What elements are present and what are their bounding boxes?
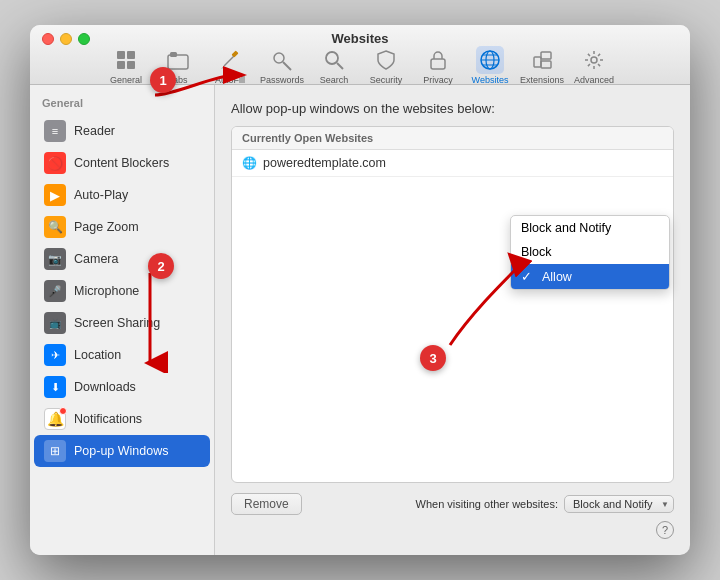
- camera-icon: 📷: [44, 248, 66, 270]
- maximize-button[interactable]: [78, 33, 90, 45]
- sidebar-item-auto-play[interactable]: ▶ Auto-Play: [34, 179, 210, 211]
- dropdown-item-block-notify[interactable]: Block and Notify: [511, 216, 669, 240]
- passwords-icon: [268, 46, 296, 74]
- sidebar-section-general: General: [30, 93, 214, 115]
- toolbar-item-security[interactable]: Security: [364, 46, 408, 85]
- svg-line-9: [283, 62, 291, 70]
- svg-rect-1: [127, 51, 135, 59]
- sidebar-label-downloads: Downloads: [74, 380, 136, 394]
- autofill-icon: [216, 46, 244, 74]
- notifications-icon: 🔔: [44, 408, 66, 430]
- svg-rect-0: [117, 51, 125, 59]
- close-button[interactable]: [42, 33, 54, 45]
- sidebar-label-location: Location: [74, 348, 121, 362]
- sidebar-label-reader: Reader: [74, 124, 115, 138]
- step3-badge: 3: [420, 345, 446, 371]
- traffic-lights: [42, 33, 90, 45]
- svg-rect-2: [117, 61, 125, 69]
- svg-rect-18: [534, 57, 541, 67]
- advanced-icon: [580, 46, 608, 74]
- sidebar-label-auto-play: Auto-Play: [74, 188, 128, 202]
- sidebar-label-camera: Camera: [74, 252, 118, 266]
- toolbar-label-security: Security: [370, 75, 403, 85]
- other-websites-select-wrapper: Block and Notify Block Allow: [564, 495, 674, 513]
- titlebar: Websites General Tabs A: [30, 25, 690, 85]
- other-websites-select[interactable]: Block and Notify Block Allow: [564, 495, 674, 513]
- sidebar-label-microphone: Microphone: [74, 284, 139, 298]
- sidebar-item-microphone[interactable]: 🎤 Microphone: [34, 275, 210, 307]
- general-icon: [112, 46, 140, 74]
- search-icon: [320, 46, 348, 74]
- remove-button[interactable]: Remove: [231, 493, 302, 515]
- popup-icon: ⊞: [44, 440, 66, 462]
- dropdown-item-block[interactable]: Block: [511, 240, 669, 264]
- sidebar-item-camera[interactable]: 📷 Camera: [34, 243, 210, 275]
- sidebar-label-notifications: Notifications: [74, 412, 142, 426]
- sidebar-item-downloads[interactable]: ⬇ Downloads: [34, 371, 210, 403]
- privacy-icon: [424, 46, 452, 74]
- toolbar-item-autofill[interactable]: AutoFill: [208, 46, 252, 85]
- sidebar-item-reader[interactable]: ≡ Reader: [34, 115, 210, 147]
- toolbar-label-search: Search: [320, 75, 349, 85]
- extensions-icon: [528, 46, 556, 74]
- other-websites-label: When visiting other websites:: [416, 498, 558, 510]
- security-icon: [372, 46, 400, 74]
- toolbar-label-websites: Websites: [472, 75, 509, 85]
- svg-rect-4: [168, 55, 188, 69]
- toolbar-item-passwords[interactable]: Passwords: [260, 46, 304, 85]
- toolbar-item-extensions[interactable]: Extensions: [520, 46, 564, 85]
- svg-line-11: [337, 63, 343, 69]
- sidebar-item-notifications[interactable]: 🔔 Notifications: [34, 403, 210, 435]
- pagezoom-icon: 🔍: [44, 216, 66, 238]
- sidebar-label-screen-sharing: Screen Sharing: [74, 316, 160, 330]
- sidebar-item-screen-sharing[interactable]: 📺 Screen Sharing: [34, 307, 210, 339]
- sidebar-item-page-zoom[interactable]: 🔍 Page Zoom: [34, 211, 210, 243]
- svg-point-21: [591, 57, 597, 63]
- sidebar-label-content-blockers: Content Blockers: [74, 156, 169, 170]
- other-websites-section: When visiting other websites: Block and …: [416, 495, 674, 513]
- toolbar-item-websites[interactable]: Websites: [468, 46, 512, 85]
- sidebar-item-popup-windows[interactable]: ⊞ Pop-up Windows: [34, 435, 210, 467]
- downloads-icon: ⬇: [44, 376, 66, 398]
- sidebar-item-content-blockers[interactable]: 🚫 Content Blockers: [34, 147, 210, 179]
- content-blockers-icon: 🚫: [44, 152, 66, 174]
- domain-icon: 🌐: [242, 156, 257, 170]
- microphone-icon: 🎤: [44, 280, 66, 302]
- help-button[interactable]: ?: [656, 521, 674, 539]
- dropdown-item-allow[interactable]: ✓ Allow: [511, 264, 669, 289]
- table-row[interactable]: 🌐 poweredtemplate.com: [232, 150, 673, 177]
- safari-window: Websites General Tabs A: [30, 25, 690, 555]
- sidebar-label-page-zoom: Page Zoom: [74, 220, 139, 234]
- toolbar-label-advanced: Advanced: [574, 75, 614, 85]
- toolbar-label-extensions: Extensions: [520, 75, 564, 85]
- toolbar-item-general[interactable]: General: [104, 46, 148, 85]
- dropdown-popup: Block and Notify Block ✓ Allow: [510, 215, 670, 290]
- svg-rect-5: [170, 52, 177, 57]
- table-header: Currently Open Websites: [232, 127, 673, 150]
- toolbar-item-advanced[interactable]: Advanced: [572, 46, 616, 85]
- websites-icon: [476, 46, 504, 74]
- toolbar-item-search[interactable]: Search: [312, 46, 356, 85]
- toolbar-label-autofill: AutoFill: [215, 75, 245, 85]
- bottom-bar: Remove When visiting other websites: Blo…: [231, 493, 674, 515]
- websites-table: Currently Open Websites 🌐 poweredtemplat…: [231, 126, 674, 483]
- toolbar-item-privacy[interactable]: Privacy: [416, 46, 460, 85]
- sidebar-label-popup-windows: Pop-up Windows: [74, 444, 169, 458]
- location-icon: ✈: [44, 344, 66, 366]
- toolbar: General Tabs AutoFill Pass: [30, 49, 690, 85]
- svg-point-8: [274, 53, 284, 63]
- sidebar-item-location[interactable]: ✈ Location: [34, 339, 210, 371]
- toolbar-label-privacy: Privacy: [423, 75, 453, 85]
- autoplay-icon: ▶: [44, 184, 66, 206]
- screenshare-icon: 📺: [44, 312, 66, 334]
- toolbar-label-general: General: [110, 75, 142, 85]
- svg-point-10: [326, 52, 338, 64]
- step2-badge: 2: [148, 253, 174, 279]
- svg-rect-20: [541, 61, 551, 68]
- svg-rect-3: [127, 61, 135, 69]
- minimize-button[interactable]: [60, 33, 72, 45]
- svg-rect-19: [541, 52, 551, 59]
- step1-badge: 1: [150, 67, 176, 93]
- svg-rect-12: [431, 59, 445, 69]
- window-title: Websites: [30, 31, 690, 46]
